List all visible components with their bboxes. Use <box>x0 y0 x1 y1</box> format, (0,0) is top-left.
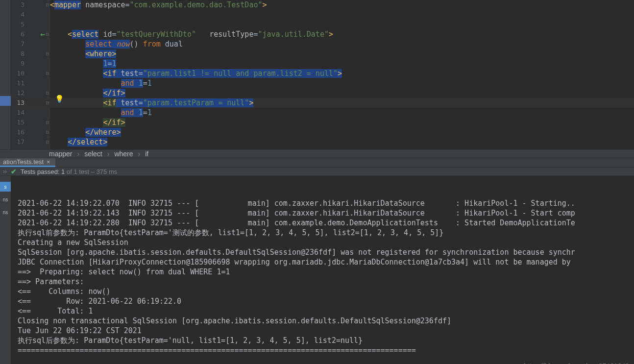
line-number: 12 <box>11 88 24 98</box>
run-tab[interactable]: ationTests.test × <box>0 158 55 167</box>
console-line: ==> Parameters: <box>18 277 633 287</box>
fold-icon[interactable]: ⊟ <box>46 69 49 78</box>
code-line[interactable]: <mapper namespace="com.example.demo.dao.… <box>50 0 634 10</box>
code-line[interactable]: and 1=1 <box>50 78 634 88</box>
gutter-line[interactable]: 10⊟ <box>11 69 50 78</box>
gutter-line[interactable]: 17⊟ <box>11 137 50 147</box>
code-line[interactable]: <where> <box>50 49 634 59</box>
line-number: 3 <box>11 0 24 10</box>
gutter-line[interactable]: 12⊟ <box>11 88 50 98</box>
code-line[interactable]: <if test="param.testParam = null"> <box>50 98 634 108</box>
tests-count-label: of 1 test – 375 ms <box>65 168 117 175</box>
console-line: <== Row: 2021-06-22 06:19:22.0 <box>18 296 633 306</box>
gutter-line[interactable]: 14 <box>11 108 50 118</box>
console-line: 执行sql前参数为: ParamDto{testParam='测试的参数, li… <box>18 228 633 238</box>
fold-icon[interactable]: ⊟ <box>46 29 49 39</box>
code-line[interactable] <box>50 147 634 157</box>
line-number: 16 <box>11 127 24 137</box>
code-line[interactable]: <if test="param.list1 != null and param.… <box>50 69 634 78</box>
code-line[interactable]: <select id="testQueryWithDto" resultType… <box>50 29 634 39</box>
gutter-line[interactable]: 5 <box>11 20 50 29</box>
console-line: Closing non transactional SqlSession [or… <box>18 316 633 326</box>
line-number: 7 <box>11 39 24 49</box>
gutter-line[interactable]: 15⊟ <box>11 118 50 127</box>
line-number: 8 <box>11 49 24 59</box>
line-number: 6 <box>11 29 24 39</box>
console-line: ==> Preparing: select now() from dual WH… <box>18 267 633 277</box>
code-line[interactable]: </if> <box>50 88 634 98</box>
console-line: 2021-06-22 14:19:22.070 INFO 32715 --- [… <box>18 198 633 208</box>
console-line: <== Total: 1 <box>18 306 633 316</box>
marker-gutter <box>0 0 11 149</box>
console-line: <== Columns: now() <box>18 287 633 296</box>
code-line[interactable]: select now() from dual <box>50 39 634 49</box>
tests-passed-label: Tests passed: 1 <box>21 168 65 175</box>
run-tab-label: ationTests.test <box>3 158 44 166</box>
line-number-gutter[interactable]: 3⊟456←⊟78⊟910⊟1112⊟13⊟1415⊟16⊟17⊟18 <box>11 0 50 149</box>
fold-end-icon[interactable]: ⊟ <box>46 137 49 147</box>
close-icon[interactable]: × <box>47 158 50 166</box>
nav-back-icon[interactable]: ← <box>40 29 45 39</box>
fold-end-icon[interactable]: ⊟ <box>46 127 49 137</box>
console-line: 2021-06-22 14:19:22.143 INFO 32715 --- [… <box>18 208 633 218</box>
test-status-bar: ›› ✔ Tests passed: 1 of 1 test – 375 ms <box>0 168 634 175</box>
line-number: 14 <box>11 108 24 118</box>
expand-icon[interactable]: ›› <box>3 168 7 175</box>
line-number: 17 <box>11 137 24 147</box>
line-number: 10 <box>11 69 24 78</box>
gutter-line[interactable]: 9 <box>11 59 50 69</box>
console-line: SqlSession [org.apache.ibatis.session.de… <box>18 247 633 257</box>
gutter-line[interactable]: 13⊟ <box>11 98 50 108</box>
line-number: 9 <box>11 59 24 69</box>
run-tab-bar: ationTests.test × <box>0 158 634 168</box>
line-number: 4 <box>11 10 24 20</box>
gutter-line[interactable]: 7 <box>11 39 50 49</box>
gutter-line[interactable]: 3⊟ <box>11 0 50 10</box>
code-line[interactable]: </where> <box>50 127 634 137</box>
line-number: 11 <box>11 78 24 88</box>
code-editor[interactable]: 3⊟456←⊟78⊟910⊟1112⊟13⊟1415⊟16⊟17⊟18 💡 <m… <box>0 0 634 149</box>
console-line: 2021-06-22 14:19:22.280 INFO 32715 --- [… <box>18 218 633 228</box>
code-line[interactable]: 1=1 <box>50 59 634 69</box>
console-side-tabs[interactable]: s ns ns <box>0 176 11 364</box>
console-line: 执行sql后参数为: ParamDto{testParam='null, lis… <box>18 336 633 345</box>
code-line[interactable]: </if> <box>50 118 634 127</box>
console-panel: s ns ns 2021-06-22 14:19:22.070 INFO 327… <box>0 175 634 364</box>
watermark: https://blog.csdn.net/qq_37461349 <box>524 361 629 364</box>
console-line: Creating a new SqlSession <box>18 238 633 247</box>
console-tab[interactable]: ns <box>0 207 11 217</box>
fold-icon[interactable]: ⊟ <box>46 98 49 108</box>
line-number: 13 <box>11 98 24 108</box>
code-line[interactable] <box>50 20 634 29</box>
code-line[interactable] <box>50 10 634 20</box>
console-tab[interactable]: s <box>0 182 11 192</box>
intention-bulb-icon[interactable]: 💡 <box>55 95 64 103</box>
gutter-line[interactable]: 6←⊟ <box>11 29 50 39</box>
code-line[interactable]: </select> <box>50 137 634 147</box>
line-number: 15 <box>11 118 24 127</box>
line-number: 5 <box>11 20 24 29</box>
check-icon: ✔ <box>11 168 17 175</box>
console-line: Tue Jun 22 06:19:22 CST 2021 <box>18 326 633 336</box>
console-line: JDBC Connection [HikariProxyConnection@1… <box>18 257 633 267</box>
console-tab[interactable]: ns <box>0 194 11 204</box>
gutter-line[interactable]: 11 <box>11 78 50 88</box>
fold-icon[interactable]: ⊟ <box>46 0 49 10</box>
code-line[interactable]: and 1=1 <box>50 108 634 118</box>
console-line: ========================================… <box>18 345 633 355</box>
console-output[interactable]: 2021-06-22 14:19:22.070 INFO 32715 --- [… <box>11 176 634 364</box>
gutter-line[interactable]: 16⊟ <box>11 127 50 137</box>
gutter-line[interactable]: 8⊟ <box>11 49 50 59</box>
fold-end-icon[interactable]: ⊟ <box>46 88 49 98</box>
code-body[interactable]: 💡 <mapper namespace="com.example.demo.da… <box>50 0 634 149</box>
fold-end-icon[interactable]: ⊟ <box>46 118 49 127</box>
gutter-line[interactable]: 4 <box>11 10 50 20</box>
fold-icon[interactable]: ⊟ <box>46 49 49 59</box>
